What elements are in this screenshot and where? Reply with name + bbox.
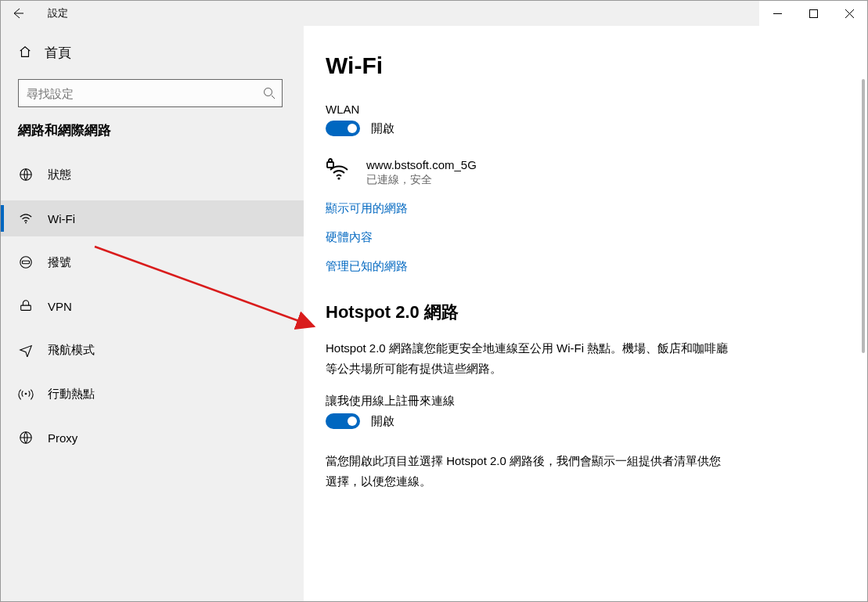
sidebar-item-label: 狀態 — [48, 168, 71, 182]
sidebar-item-wifi[interactable]: Wi-Fi — [1, 200, 304, 236]
link-manage-known-networks[interactable]: 管理已知的網路 — [326, 259, 836, 274]
back-button[interactable] — [1, 1, 35, 26]
sidebar-item-vpn[interactable]: VPN — [1, 288, 304, 324]
sidebar-section-header: 網路和網際網路 — [1, 121, 304, 139]
titlebar: 設定 — [1, 1, 867, 26]
sidebar-item-label: Proxy — [48, 431, 77, 445]
sidebar: 首頁 網路和網際網路 狀態 — [1, 26, 304, 601]
maximize-icon — [809, 9, 818, 18]
search-input[interactable] — [27, 87, 263, 100]
globe-icon — [18, 168, 34, 182]
wifi-icon — [18, 211, 34, 225]
sidebar-item-label: 行動熱點 — [48, 387, 95, 402]
settings-window: 設定 首頁 — [0, 0, 868, 602]
search-box[interactable] — [18, 79, 283, 107]
svg-point-4 — [20, 257, 31, 268]
svg-point-9 — [337, 177, 340, 179]
scrollbar[interactable] — [862, 79, 865, 353]
sidebar-item-dialup[interactable]: 撥號 — [1, 244, 304, 280]
hotspot-heading: Hotspot 2.0 網路 — [326, 301, 836, 324]
close-icon — [845, 9, 854, 18]
sidebar-item-label: VPN — [48, 300, 72, 313]
link-show-available-networks[interactable]: 顯示可用的網路 — [326, 201, 836, 216]
sidebar-home-label: 首頁 — [45, 44, 71, 62]
hotspot-note: 當您開啟此項目並選擇 Hotspot 2.0 網路後，我們會顯示一組提供者清單供… — [326, 451, 733, 491]
app-title: 設定 — [35, 6, 68, 20]
svg-point-3 — [25, 222, 27, 224]
link-hardware-properties[interactable]: 硬體內容 — [326, 230, 836, 245]
proxy-icon — [18, 431, 34, 445]
current-connection[interactable]: www.bstsoft.com_5G 已連線，安全 — [326, 158, 836, 187]
vpn-icon — [18, 299, 34, 313]
content-pane: Wi-Fi WLAN 開啟 www.bstsoft.com_5G — [304, 26, 867, 601]
sidebar-item-label: 飛航模式 — [48, 343, 95, 358]
minimize-icon — [773, 9, 782, 18]
hotspot-online-signup-toggle[interactable] — [326, 413, 360, 429]
minimize-button[interactable] — [759, 1, 795, 26]
svg-rect-6 — [21, 305, 31, 310]
sidebar-item-airplane[interactable]: 飛航模式 — [1, 332, 304, 368]
wlan-toggle[interactable] — [326, 121, 360, 136]
maximize-button[interactable] — [795, 1, 831, 26]
hotspot-toggle-label: 讓我使用線上註冊來連線 — [326, 394, 836, 409]
wlan-label: WLAN — [326, 103, 836, 116]
svg-rect-0 — [809, 9, 817, 17]
home-icon — [18, 45, 32, 61]
svg-rect-10 — [327, 162, 333, 168]
wlan-toggle-state: 開啟 — [371, 121, 394, 136]
search-icon — [263, 87, 276, 99]
svg-point-7 — [25, 393, 27, 395]
sidebar-home[interactable]: 首頁 — [1, 35, 304, 70]
hotspot-icon — [18, 387, 34, 401]
sidebar-item-status[interactable]: 狀態 — [1, 157, 304, 193]
wifi-secure-icon — [326, 158, 352, 184]
airplane-icon — [18, 343, 34, 357]
connection-status: 已連線，安全 — [366, 173, 477, 187]
dialup-icon — [18, 255, 34, 269]
arrow-left-icon — [12, 7, 24, 20]
hotspot-description: Hotspot 2.0 網路讓您能更安全地連線至公用 Wi-Fi 熱點。機場、飯… — [326, 338, 733, 378]
connection-name: www.bstsoft.com_5G — [366, 158, 477, 171]
sidebar-item-label: 撥號 — [48, 255, 71, 270]
page-title: Wi-Fi — [326, 52, 836, 79]
sidebar-item-hotspot[interactable]: 行動熱點 — [1, 376, 304, 412]
sidebar-item-proxy[interactable]: Proxy — [1, 420, 304, 456]
sidebar-item-label: Wi-Fi — [48, 212, 75, 225]
hotspot-toggle-state: 開啟 — [371, 414, 394, 429]
close-button[interactable] — [831, 1, 867, 26]
svg-point-1 — [265, 88, 272, 96]
svg-rect-5 — [23, 261, 30, 264]
